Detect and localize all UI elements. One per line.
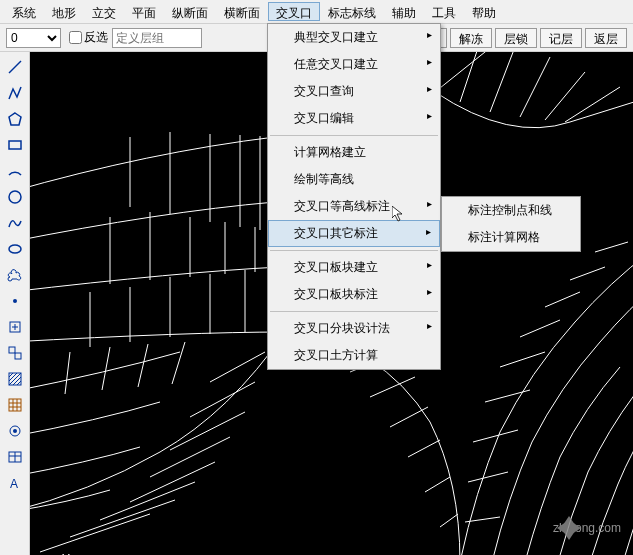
tool-panel: A: [0, 52, 30, 555]
svg-point-5: [13, 299, 17, 303]
menu-item[interactable]: 交叉口编辑: [268, 105, 440, 132]
menu-item[interactable]: 典型交叉口建立: [268, 24, 440, 51]
svg-rect-2: [9, 141, 21, 149]
svg-text:A: A: [10, 477, 18, 491]
menubar-item[interactable]: 交叉口: [268, 2, 320, 21]
menubar-item[interactable]: 系统: [4, 2, 44, 21]
svg-line-0: [9, 61, 21, 73]
tool-circle-icon[interactable]: [4, 186, 26, 208]
svg-point-23: [13, 429, 17, 433]
svg-point-3: [9, 191, 21, 203]
svg-rect-10: [15, 353, 21, 359]
menu-item[interactable]: 交叉口等高线标注: [268, 193, 440, 220]
svg-rect-9: [9, 347, 15, 353]
menu-item[interactable]: 交叉口查询: [268, 78, 440, 105]
svg-line-16: [17, 381, 21, 385]
tool-point-icon[interactable]: [4, 290, 26, 312]
svg-line-13: [9, 373, 17, 381]
menubar-item[interactable]: 立交: [84, 2, 124, 21]
svg-line-15: [13, 377, 21, 385]
tool-text-icon[interactable]: A: [4, 472, 26, 494]
layer-group-input[interactable]: [112, 28, 202, 48]
tool-spline-icon[interactable]: [4, 212, 26, 234]
toolbar-button[interactable]: 解冻: [450, 28, 492, 48]
menu-separator: [270, 250, 438, 251]
menu-item[interactable]: 交叉口土方计算: [268, 342, 440, 369]
toolbar-button[interactable]: 返层: [585, 28, 627, 48]
tool-arc-icon[interactable]: [4, 160, 26, 182]
menu-item[interactable]: 交叉口分块设计法: [268, 315, 440, 342]
svg-rect-17: [9, 399, 21, 411]
svg-marker-1: [9, 113, 21, 125]
menu-item[interactable]: 交叉口其它标注: [268, 220, 440, 247]
dropdown-main: 典型交叉口建立任意交叉口建立交叉口查询交叉口编辑计算网格建立绘制等高线交叉口等高…: [267, 23, 441, 370]
menu-item[interactable]: 任意交叉口建立: [268, 51, 440, 78]
menubar-item[interactable]: 工具: [424, 2, 464, 21]
tool-table-icon[interactable]: [4, 446, 26, 468]
tool-insert-icon[interactable]: [4, 316, 26, 338]
menubar: 系统地形立交平面纵断面横断面交叉口标志标线辅助工具帮助: [0, 0, 633, 24]
tool-polyline-icon[interactable]: [4, 82, 26, 104]
toolbar-button[interactable]: 层锁: [495, 28, 537, 48]
menubar-item[interactable]: 横断面: [216, 2, 268, 21]
svg-line-12: [9, 373, 13, 377]
menu-item[interactable]: 交叉口板块标注: [268, 281, 440, 308]
tool-cloud-icon[interactable]: [4, 264, 26, 286]
menu-item[interactable]: 计算网格建立: [268, 139, 440, 166]
submenu-item[interactable]: 标注计算网格: [442, 224, 580, 251]
tool-hatch-icon[interactable]: [4, 368, 26, 390]
menubar-item[interactable]: 帮助: [464, 2, 504, 21]
svg-point-4: [9, 245, 21, 253]
tool-polygon-icon[interactable]: [4, 108, 26, 130]
layer-select[interactable]: 0: [6, 28, 61, 48]
tool-hatch2-icon[interactable]: [4, 394, 26, 416]
tool-ellipse-icon[interactable]: [4, 238, 26, 260]
menubar-item[interactable]: 辅助: [384, 2, 424, 21]
tool-rectangle-icon[interactable]: [4, 134, 26, 156]
menu-separator: [270, 135, 438, 136]
menubar-item[interactable]: 地形: [44, 2, 84, 21]
tool-region-icon[interactable]: [4, 420, 26, 442]
toolbar-button[interactable]: 记层: [540, 28, 582, 48]
menu-item[interactable]: 交叉口板块建立: [268, 254, 440, 281]
tool-line-icon[interactable]: [4, 56, 26, 78]
menubar-item[interactable]: 标志标线: [320, 2, 384, 21]
invert-checkbox[interactable]: [69, 31, 82, 44]
submenu-item[interactable]: 标注控制点和线: [442, 197, 580, 224]
menubar-item[interactable]: 平面: [124, 2, 164, 21]
tool-block-icon[interactable]: [4, 342, 26, 364]
menubar-item[interactable]: 纵断面: [164, 2, 216, 21]
invert-checkbox-label[interactable]: 反选: [69, 29, 108, 46]
dropdown-submenu: 标注控制点和线标注计算网格: [441, 196, 581, 252]
menu-separator: [270, 311, 438, 312]
menu-item[interactable]: 绘制等高线: [268, 166, 440, 193]
